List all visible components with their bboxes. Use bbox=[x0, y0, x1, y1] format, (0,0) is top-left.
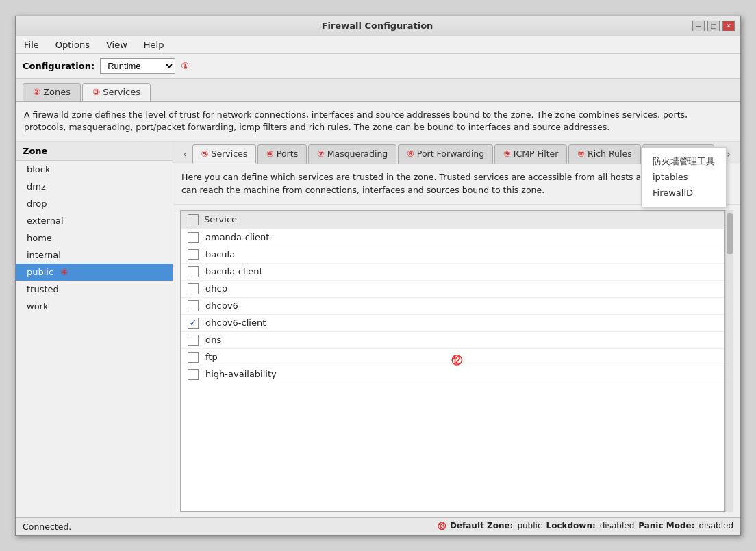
zone-description: A firewalld zone defines the level of tr… bbox=[16, 102, 740, 142]
default-zone-value: public bbox=[517, 521, 542, 533]
window-title: Firewall Configuration bbox=[62, 21, 692, 31]
zone-block[interactable]: block bbox=[16, 161, 173, 178]
list-item: high-availability bbox=[181, 366, 724, 383]
tooltip-popup: 防火墙管理工具 iptables FirewallD bbox=[641, 147, 727, 207]
menubar: File Options View Help bbox=[16, 36, 740, 54]
default-zone-label: Default Zone: bbox=[450, 521, 513, 533]
zone-internal[interactable]: internal bbox=[16, 246, 173, 264]
zone-dmz[interactable]: dmz bbox=[16, 178, 173, 195]
maximize-button[interactable]: □ bbox=[707, 21, 720, 31]
sub-tab-services[interactable]: ⑤ Services bbox=[192, 144, 256, 164]
service-checkbox-bacula[interactable] bbox=[188, 249, 199, 260]
service-name-amanda: amanda-client bbox=[205, 232, 269, 242]
services-table: Service amanda-client bacula bbox=[180, 210, 725, 512]
menu-view[interactable]: View bbox=[103, 38, 130, 51]
scrollbar-thumb[interactable] bbox=[727, 213, 733, 254]
annotation-4: ④ bbox=[60, 267, 68, 277]
services-table-area: ⑫ Service amanda-client bbox=[173, 205, 740, 517]
service-checkbox-dhcp[interactable] bbox=[188, 283, 199, 294]
annotation-8: ⑧ bbox=[407, 149, 414, 159]
service-name-ftp: ftp bbox=[205, 352, 218, 362]
sub-tab-port-forwarding[interactable]: ⑧ Port Forwarding bbox=[398, 144, 493, 164]
table-body: amanda-client bacula bacula-client bbox=[181, 229, 724, 511]
zone-panel: Zone block dmz drop external home intern… bbox=[16, 142, 173, 517]
service-checkbox-amanda[interactable] bbox=[188, 232, 199, 243]
list-item: bacula bbox=[181, 246, 724, 264]
tab-zones[interactable]: ② Zones bbox=[23, 83, 81, 101]
zone-trusted[interactable]: trusted bbox=[16, 281, 173, 298]
menu-help[interactable]: Help bbox=[141, 38, 167, 51]
service-name-high-avail: high-availability bbox=[205, 369, 277, 379]
tab-services-main[interactable]: ③ Services bbox=[82, 83, 151, 101]
toolbar: Configuration: Runtime Permanent ① bbox=[16, 54, 740, 79]
list-item: dhcp bbox=[181, 281, 724, 298]
lockdown-label: Lockdown: bbox=[546, 521, 595, 533]
zone-external[interactable]: external bbox=[16, 212, 173, 229]
service-name-dhcpv6-client: dhcpv6-client bbox=[205, 318, 266, 328]
zone-home[interactable]: home bbox=[16, 229, 173, 246]
service-checkbox-dhcpv6-client[interactable]: ✓ bbox=[188, 318, 199, 329]
main-window: Firewall Configuration — □ ✕ File Option… bbox=[15, 16, 741, 536]
list-item: dns bbox=[181, 332, 724, 349]
annotation-7: ⑦ bbox=[317, 149, 325, 159]
zone-drop[interactable]: drop bbox=[16, 195, 173, 212]
tooltip-item-2: iptables bbox=[653, 169, 715, 185]
lower-area: Zone block dmz drop external home intern… bbox=[16, 142, 740, 517]
zone-work[interactable]: work bbox=[16, 298, 173, 315]
service-checkbox-high-avail[interactable] bbox=[188, 369, 199, 380]
service-name-bacula-client: bacula-client bbox=[205, 266, 263, 277]
scrollbar[interactable] bbox=[725, 210, 733, 512]
tooltip-item-1: 防火墙管理工具 bbox=[653, 153, 715, 169]
service-checkbox-bacula-client[interactable] bbox=[188, 266, 199, 277]
statusbar: Connected. ⑬ Default Zone: public Lockdo… bbox=[16, 517, 740, 535]
service-name-dns: dns bbox=[205, 335, 221, 345]
close-button[interactable]: ✕ bbox=[722, 21, 735, 31]
service-name-bacula: bacula bbox=[205, 249, 235, 259]
annotation-13: ⑬ bbox=[438, 521, 446, 533]
menu-file[interactable]: File bbox=[21, 38, 42, 51]
list-item: bacula-client bbox=[181, 264, 724, 281]
annotation-1: ① bbox=[181, 60, 189, 71]
config-select[interactable]: Runtime Permanent bbox=[100, 58, 175, 74]
sub-tab-icmp-filter[interactable]: ⑨ ICMP Filter bbox=[494, 144, 567, 164]
panic-value: disabled bbox=[698, 521, 733, 533]
list-item: amanda-client bbox=[181, 229, 724, 246]
sub-tab-ports[interactable]: ⑥ Ports bbox=[257, 144, 307, 164]
title-bar: Firewall Configuration — □ ✕ bbox=[16, 16, 740, 36]
menu-options[interactable]: Options bbox=[53, 38, 92, 51]
main-tabs: ② Zones ③ Services bbox=[16, 79, 740, 102]
window-controls: — □ ✕ bbox=[692, 21, 735, 31]
zone-list: block dmz drop external home internal pu… bbox=[16, 161, 173, 517]
annotation-9: ⑨ bbox=[503, 149, 511, 159]
status-connected: Connected. bbox=[23, 522, 71, 532]
list-item: ✓ dhcpv6-client bbox=[181, 315, 724, 332]
annotation-5: ⑤ bbox=[201, 149, 209, 159]
zone-public[interactable]: public ④ bbox=[16, 264, 173, 281]
sub-tab-masquerading[interactable]: ⑦ Masquerading bbox=[308, 144, 396, 164]
sub-tab-rich-rules[interactable]: ⑩ Rich Rules bbox=[568, 144, 640, 164]
annotation-3: ③ bbox=[92, 87, 100, 97]
content-area: 防火墙管理工具 iptables FirewallD ② Zones ③ Ser… bbox=[16, 79, 740, 517]
service-name-dhcp: dhcp bbox=[205, 283, 227, 294]
panic-label: Panic Mode: bbox=[638, 521, 694, 533]
service-checkbox-ftp[interactable] bbox=[188, 352, 199, 363]
list-item: dhcpv6 bbox=[181, 298, 724, 315]
annotation-6: ⑥ bbox=[266, 149, 274, 159]
annotation-2: ② bbox=[33, 87, 40, 97]
table-header: Service bbox=[181, 211, 724, 229]
service-checkbox-dns[interactable] bbox=[188, 335, 199, 346]
service-checkbox-dhcpv6[interactable] bbox=[188, 300, 199, 311]
list-item: ftp bbox=[181, 349, 724, 366]
zone-panel-header: Zone bbox=[16, 142, 173, 161]
annotation-10: ⑩ bbox=[577, 149, 585, 159]
service-name-dhcpv6: dhcpv6 bbox=[205, 300, 238, 311]
tooltip-item-3: FirewallD bbox=[653, 185, 715, 201]
table-column-service: Service bbox=[204, 214, 237, 225]
config-label: Configuration: bbox=[23, 61, 94, 71]
minimize-button[interactable]: — bbox=[692, 21, 705, 31]
tabs-prev-arrow[interactable]: ‹ bbox=[177, 145, 192, 163]
lockdown-value: disabled bbox=[600, 521, 635, 533]
